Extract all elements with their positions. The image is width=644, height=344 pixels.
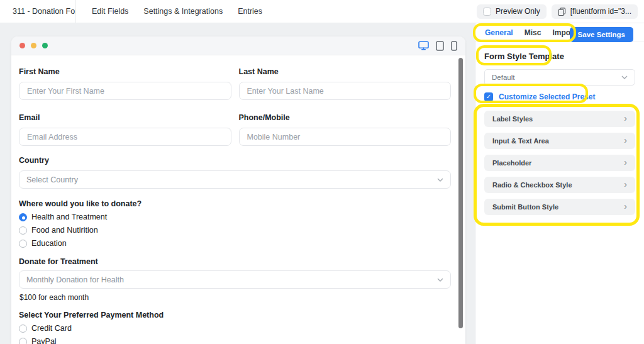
donate-treatment-help: $100 for each month xyxy=(19,293,451,302)
payment-method-group: Select Your Preferred Payment Method Cre… xyxy=(19,311,451,344)
tab-settings-integrations[interactable]: Settings & Integrations xyxy=(136,0,230,23)
radio-option-label: PayPal xyxy=(31,337,57,344)
first-name-input[interactable] xyxy=(19,82,231,100)
preview-card-header xyxy=(11,36,465,55)
tab-misc[interactable]: Misc xyxy=(525,28,541,37)
radio-icon xyxy=(19,213,27,221)
accordion-label-styles[interactable]: Label Styles › xyxy=(484,111,635,127)
chevron-down-icon xyxy=(437,178,443,182)
customize-preset-label: Customize Selected Preset xyxy=(499,92,595,101)
desktop-preview-icon[interactable] xyxy=(418,41,429,50)
traffic-dots xyxy=(19,43,48,48)
accordion-label: Radio & Checkbox Style xyxy=(492,181,572,189)
customize-preset-toggle[interactable]: ✓ Customize Selected Preset xyxy=(484,92,644,101)
radio-icon xyxy=(19,240,27,248)
tab-general[interactable]: General xyxy=(485,28,513,37)
radio-icon xyxy=(19,338,27,344)
country-label: Country xyxy=(19,156,451,165)
radio-option-education[interactable]: Education xyxy=(19,239,451,248)
donate-treatment-label: Donate for Treatment xyxy=(19,257,451,266)
last-name-input[interactable] xyxy=(239,82,452,100)
mobile-preview-icon[interactable] xyxy=(451,41,457,51)
radio-option-label: Food and Nutirition xyxy=(31,226,98,235)
settings-panel: General Misc Import Save Settings Form S… xyxy=(475,23,644,344)
chevron-right-icon: › xyxy=(624,136,627,145)
country-field: Country Select Country xyxy=(19,156,451,189)
chevron-right-icon: › xyxy=(624,158,627,167)
form-title-label: 311 - Donation For... xyxy=(13,7,76,16)
radio-option-health[interactable]: Health and Treatment xyxy=(19,213,451,221)
tab-entries[interactable]: Entries xyxy=(230,0,270,23)
shortcode-button[interactable]: [fluentform id="3... xyxy=(552,4,638,19)
accordion-label: Submit Button Style xyxy=(492,203,558,211)
preview-only-checkbox[interactable] xyxy=(483,8,491,16)
style-template-value: Default xyxy=(492,74,514,81)
top-bar: 311 - Donation For... Edit Fields Settin… xyxy=(0,0,644,23)
chevron-down-icon xyxy=(621,75,628,79)
first-name-field: First Name xyxy=(19,64,231,100)
country-select[interactable]: Select Country xyxy=(19,170,451,189)
top-nav: Edit Fields Settings & Integrations Entr… xyxy=(84,0,270,23)
radio-option-paypal[interactable]: PayPal xyxy=(19,337,451,344)
accordion-label: Input & Text Area xyxy=(492,137,549,145)
chevron-right-icon: › xyxy=(624,180,627,189)
form-preview-area: First Name Last Name Email Phone/Mobile xyxy=(0,23,475,344)
tab-edit-fields[interactable]: Edit Fields xyxy=(84,0,136,23)
last-name-label: Last Name xyxy=(239,67,452,76)
radio-option-label: Education xyxy=(31,239,67,248)
first-name-label: First Name xyxy=(19,67,231,76)
donate-choice-group: Where would you like to donate? Health a… xyxy=(19,199,451,248)
checkbox-checked-icon[interactable]: ✓ xyxy=(484,92,493,101)
donate-treatment-value: Monthly Donation for Health xyxy=(26,275,124,284)
donate-choice-label: Where would you like to donate? xyxy=(19,199,451,208)
form-preview-body: First Name Last Name Email Phone/Mobile xyxy=(11,55,465,344)
phone-label: Phone/Mobile xyxy=(239,113,452,122)
copy-icon xyxy=(558,8,566,16)
radio-option-label: Credit Card xyxy=(31,324,72,333)
email-input[interactable] xyxy=(19,128,231,146)
chevron-down-icon xyxy=(437,278,443,282)
device-preview-switcher xyxy=(418,41,457,51)
shortcode-label: [fluentform id="3... xyxy=(570,7,631,16)
radio-option-food[interactable]: Food and Nutirition xyxy=(19,226,451,235)
preview-scrollbar[interactable] xyxy=(458,58,463,328)
traffic-dot-red xyxy=(19,43,25,48)
form-preview-card: First Name Last Name Email Phone/Mobile xyxy=(11,36,465,344)
chevron-right-icon: › xyxy=(624,114,627,123)
form-style-template-title: Form Style Template xyxy=(484,52,644,61)
last-name-field: Last Name xyxy=(239,64,452,100)
chevron-right-icon: › xyxy=(624,202,627,211)
email-field: Email xyxy=(19,110,231,146)
save-settings-button[interactable]: Save Settings xyxy=(570,27,633,42)
radio-option-credit-card[interactable]: Credit Card xyxy=(19,324,451,333)
preview-only-toggle[interactable]: Preview Only xyxy=(477,4,547,19)
radio-option-label: Health and Treatment xyxy=(31,213,107,221)
accordion-placeholder[interactable]: Placeholder › xyxy=(484,155,635,171)
payment-method-label: Select Your Preferred Payment Method xyxy=(19,311,451,319)
donate-treatment-field: Donate for Treatment Monthly Donation fo… xyxy=(19,257,451,302)
email-label: Email xyxy=(19,113,231,122)
accordion-label: Label Styles xyxy=(492,115,533,123)
accordion-label: Placeholder xyxy=(492,159,531,167)
traffic-dot-green xyxy=(42,43,48,48)
tab-form-title[interactable]: 311 - Donation For... xyxy=(0,0,76,23)
tablet-preview-icon[interactable] xyxy=(436,41,444,51)
top-bar-actions: Preview Only [fluentform id="3... xyxy=(477,4,638,19)
radio-icon xyxy=(19,325,27,333)
preview-only-label: Preview Only xyxy=(496,7,540,16)
style-template-select[interactable]: Default xyxy=(484,69,635,86)
country-select-value: Select Country xyxy=(26,175,78,184)
accordion-radio-checkbox-style[interactable]: Radio & Checkbox Style › xyxy=(484,177,635,193)
traffic-dot-yellow xyxy=(31,43,36,48)
phone-input[interactable] xyxy=(239,128,452,146)
phone-field: Phone/Mobile xyxy=(239,110,452,146)
accordion-submit-button-style[interactable]: Submit Button Style › xyxy=(484,199,635,215)
radio-icon xyxy=(19,226,27,235)
donate-treatment-select[interactable]: Monthly Donation for Health xyxy=(19,270,451,289)
accordion-input-text-area[interactable]: Input & Text Area › xyxy=(484,133,635,149)
style-accordions: Label Styles › Input & Text Area › Place… xyxy=(484,111,635,215)
